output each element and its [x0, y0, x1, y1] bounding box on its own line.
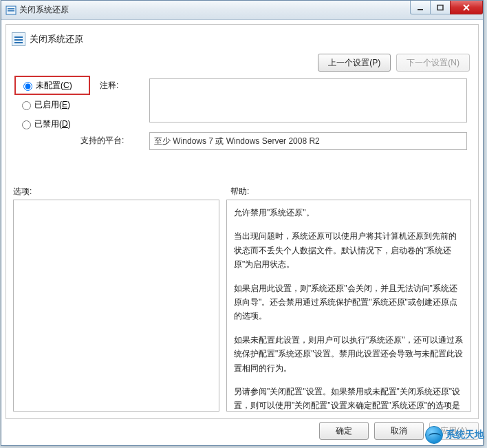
- radio-disabled-input[interactable]: [22, 120, 31, 129]
- window-controls: [411, 1, 483, 14]
- options-panel: [13, 200, 219, 412]
- help-label: 帮助:: [230, 186, 249, 198]
- ok-button[interactable]: 确定: [319, 422, 369, 440]
- content-panel: 关闭系统还原 上一个设置(P) 下一个设置(N) 未配置(C) 已启用(E) 已…: [6, 24, 479, 419]
- app-icon: [6, 5, 17, 16]
- comment-textarea[interactable]: [149, 78, 467, 122]
- help-text: 当出现问题时，系统还原可以使用户将其计算机还原到先前的状态而不丢失个人数据文件。…: [234, 229, 464, 271]
- radio-enabled-label: 已启用(E): [34, 99, 70, 111]
- platform-field: 至少 Windows 7 或 Windows Server 2008 R2: [149, 132, 467, 150]
- platform-value: 至少 Windows 7 或 Windows Server 2008 R2: [154, 136, 320, 146]
- next-setting-label: 下一个设置(N): [407, 57, 459, 69]
- window-title: 关闭系统还原: [19, 4, 69, 16]
- maximize-button[interactable]: [430, 1, 451, 14]
- cancel-label: 取消: [391, 425, 407, 437]
- close-button[interactable]: [450, 1, 483, 14]
- apply-button: 应用(A): [429, 422, 479, 440]
- comment-label: 注释:: [100, 80, 118, 92]
- nav-buttons: 上一个设置(P) 下一个设置(N): [318, 54, 470, 72]
- help-text: 如果启用此设置，则"系统还原"会关闭，并且无法访问"系统还原向导"。还会禁用通过…: [234, 281, 464, 323]
- platform-label: 支持的平台:: [80, 135, 124, 147]
- titlebar[interactable]: 关闭系统还原: [1, 1, 483, 20]
- dialog-footer: 确定 取消 应用(A): [6, 420, 479, 441]
- minimize-button[interactable]: [410, 1, 431, 14]
- ok-label: 确定: [336, 425, 352, 437]
- options-label: 选项:: [13, 186, 32, 198]
- help-text: 如果未配置此设置，则用户可以执行"系统还原"，还可以通过系统保护配置"系统还原"…: [234, 333, 464, 375]
- cancel-button[interactable]: 取消: [374, 422, 424, 440]
- next-setting-button: 下一个设置(N): [396, 54, 470, 72]
- previous-setting-button[interactable]: 上一个设置(P): [318, 54, 391, 72]
- radio-not-configured-input[interactable]: [23, 82, 32, 91]
- svg-rect-4: [437, 5, 443, 10]
- radio-enabled-input[interactable]: [22, 101, 31, 110]
- radio-disabled[interactable]: 已禁用(D): [14, 114, 90, 134]
- policy-icon: [12, 32, 25, 46]
- radio-disabled-label: 已禁用(D): [34, 118, 71, 130]
- state-radio-group: 未配置(C) 已启用(E) 已禁用(D): [14, 76, 90, 134]
- svg-rect-1: [8, 8, 14, 10]
- radio-enabled[interactable]: 已启用(E): [14, 95, 90, 114]
- policy-header: 关闭系统还原: [12, 30, 473, 48]
- svg-rect-2: [8, 10, 14, 12]
- apply-label: 应用(A): [440, 425, 468, 437]
- dialog-window: 关闭系统还原 关闭系统还原 上一个设置(P) 下一个设置(N) 未配置(C: [1, 0, 484, 446]
- radio-not-configured[interactable]: 未配置(C): [14, 76, 90, 95]
- help-panel[interactable]: 允许禁用"系统还原"。 当出现问题时，系统还原可以使用户将其计算机还原到先前的状…: [226, 200, 471, 412]
- svg-rect-3: [418, 9, 423, 10]
- previous-setting-label: 上一个设置(P): [328, 57, 380, 69]
- radio-not-configured-label: 未配置(C): [36, 80, 72, 92]
- policy-title: 关闭系统还原: [30, 33, 83, 45]
- help-text: 允许禁用"系统还原"。: [234, 206, 464, 220]
- help-text: 另请参阅"关闭配置"设置。如果禁用或未配置"关闭系统还原"设置，则可以使用"关闭…: [234, 385, 464, 412]
